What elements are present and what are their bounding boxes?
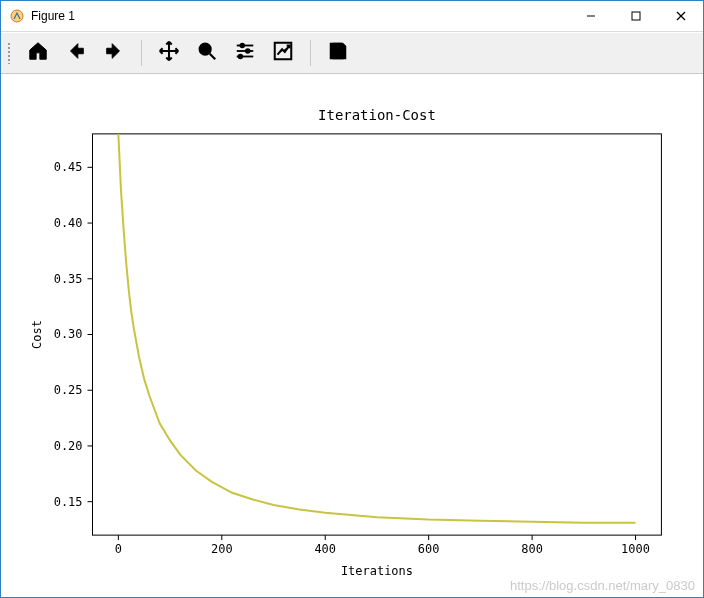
plot-area[interactable]: Iteration-Cost020040060080010000.150.200…: [1, 74, 703, 597]
svg-point-12: [239, 55, 243, 59]
svg-point-10: [246, 49, 250, 53]
svg-text:0.15: 0.15: [54, 495, 83, 509]
subplots-button[interactable]: [226, 36, 264, 70]
zoom-icon: [196, 40, 218, 66]
maximize-button[interactable]: [613, 1, 658, 31]
app-icon: [9, 8, 25, 24]
back-button[interactable]: [57, 36, 95, 70]
separator: [141, 40, 142, 66]
svg-line-6: [210, 54, 216, 60]
home-icon: [27, 40, 49, 66]
svg-text:0: 0: [115, 542, 122, 556]
svg-text:200: 200: [211, 542, 233, 556]
chart-title: Iteration-Cost: [318, 107, 436, 123]
zoom-button[interactable]: [188, 36, 226, 70]
chart-line-icon: [272, 40, 294, 66]
minimize-button[interactable]: [568, 1, 613, 31]
x-axis-label: Iterations: [341, 564, 413, 578]
svg-text:1000: 1000: [621, 542, 650, 556]
svg-rect-16: [92, 134, 661, 535]
window-title: Figure 1: [31, 9, 75, 23]
y-axis-label: Cost: [30, 320, 44, 349]
home-button[interactable]: [19, 36, 57, 70]
separator: [310, 40, 311, 66]
svg-text:600: 600: [418, 542, 440, 556]
chart-canvas: Iteration-Cost020040060080010000.150.200…: [1, 74, 703, 597]
figure-window: Figure 1: [0, 0, 704, 598]
series-line: [118, 134, 635, 523]
toolbar: [1, 32, 703, 74]
move-icon: [158, 40, 180, 66]
toolbar-grip: [7, 42, 11, 64]
forward-button[interactable]: [95, 36, 133, 70]
arrow-left-icon: [65, 40, 87, 66]
pan-button[interactable]: [150, 36, 188, 70]
svg-text:800: 800: [521, 542, 543, 556]
svg-text:0.20: 0.20: [54, 439, 83, 453]
close-button[interactable]: [658, 1, 703, 31]
svg-point-5: [200, 44, 211, 55]
svg-text:400: 400: [314, 542, 336, 556]
svg-text:0.40: 0.40: [54, 216, 83, 230]
arrow-right-icon: [103, 40, 125, 66]
svg-text:0.45: 0.45: [54, 160, 83, 174]
svg-text:0.35: 0.35: [54, 272, 83, 286]
svg-rect-14: [333, 44, 340, 49]
svg-rect-2: [632, 12, 640, 20]
svg-text:0.30: 0.30: [54, 327, 83, 341]
sliders-icon: [234, 40, 256, 66]
svg-text:0.25: 0.25: [54, 383, 83, 397]
save-icon: [327, 40, 349, 66]
axes-button[interactable]: [264, 36, 302, 70]
titlebar: Figure 1: [1, 1, 703, 32]
svg-point-8: [240, 44, 244, 48]
save-button[interactable]: [319, 36, 357, 70]
